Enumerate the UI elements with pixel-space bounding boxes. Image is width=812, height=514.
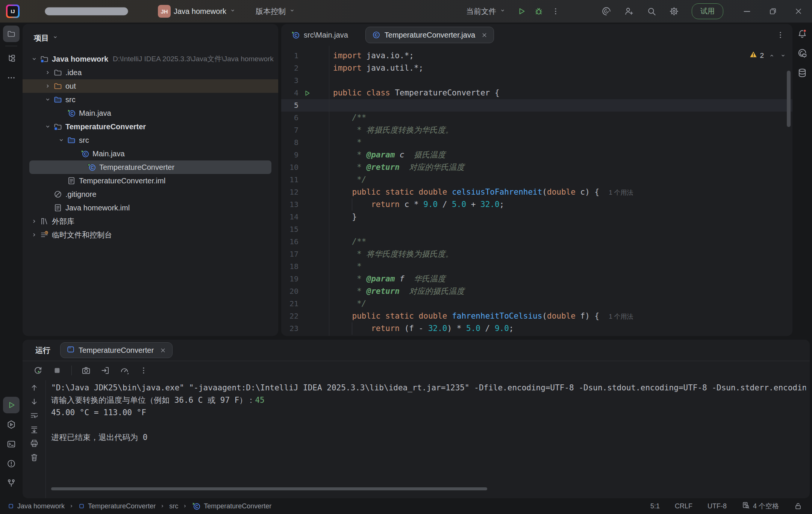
code-line[interactable]: 21 */ <box>281 298 792 310</box>
code-line[interactable]: 19 * @param f 华氏温度 <box>281 273 792 285</box>
chevron-right-icon[interactable] <box>42 69 53 76</box>
usage-inlay-hint[interactable]: 1 个用法 <box>609 189 633 196</box>
tool-strip-button-services[interactable] <box>3 416 20 433</box>
code-editor-area[interactable]: 1import java.io.*;2import java.util.*;34… <box>281 46 792 336</box>
rerun-button[interactable] <box>31 363 45 378</box>
print-button[interactable] <box>27 437 42 450</box>
code-line[interactable]: 6 /** <box>281 112 792 124</box>
chevron-down-icon[interactable] <box>29 55 40 63</box>
vcs-widget[interactable]: 版本控制 <box>253 4 298 19</box>
run-tab[interactable]: TemperatureConverter <box>60 342 173 358</box>
caret-position[interactable]: 5:1 <box>650 502 660 510</box>
editor-tab-inactive[interactable]: Csrc\Main.java <box>291 30 348 39</box>
tool-strip-button-notifications[interactable] <box>794 26 810 42</box>
console-output[interactable]: "D:\Java JDK25\bin\java.exe" "-javaagent… <box>51 382 806 444</box>
run-line-icon[interactable] <box>298 87 316 99</box>
tool-strip-button-ai-assistant[interactable] <box>794 45 810 62</box>
encoding-selector[interactable]: UTF-8 <box>707 502 727 510</box>
chevron-down-icon[interactable] <box>56 136 67 144</box>
code-line[interactable]: 12 public static double celsiusToFahrenh… <box>281 186 792 198</box>
tool-strip-button-more-tools[interactable] <box>3 70 20 86</box>
code-line[interactable]: 15 <box>281 223 792 236</box>
chevron-down-icon[interactable] <box>42 96 53 103</box>
chevron-down-icon[interactable] <box>42 123 53 130</box>
code-line[interactable]: 22 public static double fahrenheitToCels… <box>281 310 792 322</box>
tree-item-out[interactable]: out <box>23 79 278 93</box>
run-configuration-selector[interactable]: 当前文件 <box>463 4 509 19</box>
code-line[interactable]: 3 <box>281 74 792 87</box>
breadcrumb-item[interactable]: Java homework <box>8 502 65 510</box>
editor-scrollbar[interactable] <box>787 71 791 127</box>
tree-item-src[interactable]: src <box>23 93 278 106</box>
code-line[interactable]: 8 * <box>281 136 792 149</box>
breadcrumb-item[interactable]: CTemperatureConverter <box>192 502 271 511</box>
tree-item-src[interactable]: src <box>23 133 278 147</box>
run-button[interactable] <box>517 6 526 16</box>
code-line[interactable]: 16 /** <box>281 236 792 248</box>
tool-strip-button-version-control[interactable] <box>3 475 20 491</box>
code-line[interactable]: 14 } <box>281 211 792 223</box>
editor-tab-active[interactable]: CTemperatureConverter.java <box>365 27 494 43</box>
chevron-right-icon[interactable] <box>42 82 53 90</box>
tool-strip-button-project[interactable] <box>3 26 20 42</box>
line-ending-selector[interactable]: CRLF <box>675 502 692 510</box>
code-line[interactable]: 18 * <box>281 260 792 273</box>
readonly-toggle-button[interactable] <box>794 502 802 510</box>
code-with-me-button[interactable] <box>624 6 634 16</box>
code-line[interactable]: 2import java.util.*; <box>281 62 792 74</box>
scroll-to-end-button[interactable] <box>27 423 42 436</box>
tree-item-temperatureconverter[interactable]: CTemperatureConverter <box>29 160 271 174</box>
more-actions-button[interactable] <box>136 363 151 378</box>
code-line[interactable]: 4public class TemperatureConverter { <box>281 87 792 99</box>
tree-item-java-homework[interactable]: Java homeworkD:\IntelliJ IDEA 2025.3.3\J… <box>23 52 278 66</box>
code-line[interactable]: 1import java.io.*; <box>281 50 792 62</box>
close-button[interactable] <box>794 7 803 16</box>
tree-item--[interactable]: 临时文件和控制台 <box>23 228 278 242</box>
thread-dump-button[interactable] <box>79 363 93 378</box>
code-line[interactable]: 20 * @return 对应的摄氏温度 <box>281 285 792 298</box>
tool-strip-button-database[interactable] <box>794 65 810 81</box>
minimize-button[interactable] <box>742 6 752 16</box>
tree-item-temperatureconverter.iml[interactable]: TemperatureConverter.iml <box>23 174 278 187</box>
tree-item-main.java[interactable]: CMain.java <box>23 147 278 160</box>
code-line[interactable]: 17 * 将华氏度转换为摄氏度。 <box>281 248 792 260</box>
scroll-down-button[interactable] <box>27 395 42 408</box>
stop-button[interactable] <box>50 363 64 378</box>
prev-warning-button[interactable] <box>768 52 775 59</box>
console-horizontal-scrollbar[interactable] <box>51 487 487 490</box>
tab-close-button[interactable] <box>481 32 488 38</box>
attach-button[interactable] <box>98 363 112 378</box>
trial-badge-button[interactable]: 试用 <box>692 3 723 19</box>
indent-selector[interactable]: 4 个空格 <box>742 501 779 511</box>
clear-console-button[interactable] <box>27 451 42 464</box>
search-everywhere-button[interactable] <box>647 6 656 16</box>
tool-strip-button-run[interactable] <box>3 397 20 413</box>
tool-strip-button-structure[interactable] <box>3 50 20 67</box>
tree-item-temperatureconverter[interactable]: TemperatureConverter <box>23 120 278 133</box>
code-line[interactable]: 7 * 将摄氏度转换为华氏度。 <box>281 124 792 136</box>
ai-assistant-button[interactable] <box>601 6 611 16</box>
code-line[interactable]: 13 return c * 9.0 / 5.0 + 32.0; <box>281 198 792 211</box>
code-line[interactable]: 10 * @return 对应的华氏温度 <box>281 161 792 174</box>
tree-item-main.java[interactable]: CMain.java <box>23 106 278 120</box>
code-line[interactable]: 9 * @param c 摄氏温度 <box>281 149 792 161</box>
project-panel-header[interactable]: 项目 <box>23 24 278 43</box>
code-line[interactable]: 11 */ <box>281 174 792 186</box>
debug-button[interactable] <box>534 6 544 16</box>
profiler-button[interactable] <box>117 363 132 378</box>
code-line[interactable]: 23 return (f - 32.0) * 5.0 / 9.0; <box>281 322 792 335</box>
next-warning-button[interactable] <box>780 52 786 59</box>
usage-inlay-hint[interactable]: 1 个用法 <box>609 313 633 320</box>
chevron-right-icon[interactable] <box>29 231 40 239</box>
code-line[interactable]: 5 <box>281 99 792 112</box>
breadcrumb-item[interactable]: TemperatureConverter <box>78 502 156 510</box>
run-tab-close-button[interactable] <box>160 347 166 354</box>
restore-button[interactable] <box>768 7 777 16</box>
editor-tab-options-button[interactable] <box>776 30 785 39</box>
tree-item--[interactable]: 外部库 <box>23 215 278 228</box>
tree-item-.idea[interactable]: .idea <box>23 66 278 79</box>
project-widget[interactable]: JH Java homework <box>155 3 239 20</box>
scroll-up-button[interactable] <box>27 381 42 394</box>
breadcrumb-item[interactable]: src <box>169 502 178 510</box>
tool-strip-button-problems[interactable] <box>3 455 20 472</box>
